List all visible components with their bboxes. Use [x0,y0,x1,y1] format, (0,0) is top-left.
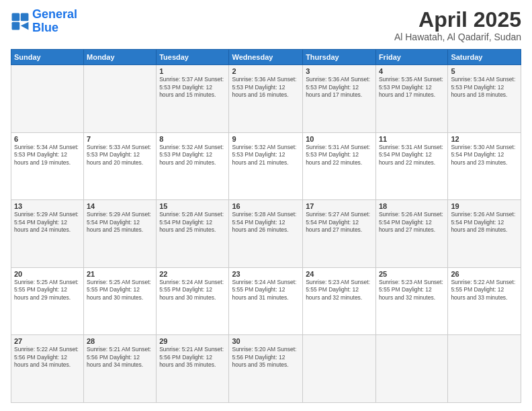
table-cell: 25Sunrise: 5:23 AM Sunset: 5:55 PM Dayli… [375,267,447,335]
table-cell: 9Sunrise: 5:32 AM Sunset: 5:53 PM Daylig… [229,132,303,200]
col-thursday: Thursday [303,50,376,65]
cell-info: Sunrise: 5:36 AM Sunset: 5:53 PM Dayligh… [306,76,373,99]
table-cell: 3Sunrise: 5:36 AM Sunset: 5:53 PM Daylig… [303,65,376,133]
cell-info: Sunrise: 5:34 AM Sunset: 5:53 PM Dayligh… [451,76,518,99]
table-cell [448,335,521,403]
cell-day-number: 26 [451,270,518,278]
cell-day-number: 16 [232,202,300,210]
page: General Blue April 2025 Al Hawatah, Al Q… [0,0,532,411]
cell-info: Sunrise: 5:21 AM Sunset: 5:56 PM Dayligh… [87,346,153,369]
cell-info: Sunrise: 5:31 AM Sunset: 5:53 PM Dayligh… [306,144,373,167]
page-subtitle: Al Hawatah, Al Qadarif, Sudan [394,32,521,42]
table-cell: 16Sunrise: 5:28 AM Sunset: 5:54 PM Dayli… [229,200,303,268]
cell-day-number: 12 [451,135,518,143]
cell-info: Sunrise: 5:32 AM Sunset: 5:53 PM Dayligh… [159,144,226,167]
title-block: April 2025 Al Hawatah, Al Qadarif, Sudan [394,8,521,42]
table-cell: 30Sunrise: 5:20 AM Sunset: 5:56 PM Dayli… [229,335,303,403]
cell-day-number: 13 [14,202,81,210]
table-cell: 10Sunrise: 5:31 AM Sunset: 5:53 PM Dayli… [303,132,376,200]
cell-info: Sunrise: 5:30 AM Sunset: 5:54 PM Dayligh… [451,144,518,167]
table-cell: 20Sunrise: 5:25 AM Sunset: 5:55 PM Dayli… [11,267,84,335]
logo-text: General Blue [32,8,77,35]
col-tuesday: Tuesday [157,50,229,65]
table-cell: 29Sunrise: 5:21 AM Sunset: 5:56 PM Dayli… [157,335,229,403]
table-cell: 8Sunrise: 5:32 AM Sunset: 5:53 PM Daylig… [157,132,229,200]
table-cell: 12Sunrise: 5:30 AM Sunset: 5:54 PM Dayli… [448,132,521,200]
cell-day-number: 30 [232,337,300,345]
logo-icon [11,12,30,31]
table-cell: 14Sunrise: 5:29 AM Sunset: 5:54 PM Dayli… [84,200,157,268]
week-row-2: 6Sunrise: 5:34 AM Sunset: 5:53 PM Daylig… [11,132,521,200]
table-cell [11,65,84,133]
table-cell: 7Sunrise: 5:33 AM Sunset: 5:53 PM Daylig… [84,132,157,200]
cell-day-number: 28 [87,337,153,345]
cell-info: Sunrise: 5:23 AM Sunset: 5:55 PM Dayligh… [379,279,445,302]
week-row-4: 20Sunrise: 5:25 AM Sunset: 5:55 PM Dayli… [11,267,521,335]
table-cell: 24Sunrise: 5:23 AM Sunset: 5:55 PM Dayli… [303,267,376,335]
cell-info: Sunrise: 5:31 AM Sunset: 5:54 PM Dayligh… [379,144,445,167]
cell-info: Sunrise: 5:22 AM Sunset: 5:56 PM Dayligh… [14,346,81,369]
cell-day-number: 5 [451,67,518,75]
cell-day-number: 9 [232,135,300,143]
cell-day-number: 24 [306,270,373,278]
table-cell: 19Sunrise: 5:26 AM Sunset: 5:54 PM Dayli… [448,200,521,268]
svg-rect-2 [12,22,20,30]
table-cell: 27Sunrise: 5:22 AM Sunset: 5:56 PM Dayli… [11,335,84,403]
cell-info: Sunrise: 5:37 AM Sunset: 5:53 PM Dayligh… [159,76,226,99]
cell-day-number: 18 [379,202,445,210]
cell-info: Sunrise: 5:28 AM Sunset: 5:54 PM Dayligh… [159,211,226,234]
cell-day-number: 2 [232,67,300,75]
col-saturday: Saturday [448,50,521,65]
table-cell: 4Sunrise: 5:35 AM Sunset: 5:53 PM Daylig… [375,65,447,133]
cell-day-number: 6 [14,135,81,143]
week-row-3: 13Sunrise: 5:29 AM Sunset: 5:54 PM Dayli… [11,200,521,268]
col-sunday: Sunday [11,50,84,65]
page-title: April 2025 [394,8,521,32]
calendar-table: Sunday Monday Tuesday Wednesday Thursday… [11,49,521,403]
logo-line2: Blue [32,21,58,34]
table-cell: 15Sunrise: 5:28 AM Sunset: 5:54 PM Dayli… [157,200,229,268]
col-monday: Monday [84,50,157,65]
svg-rect-0 [12,13,20,21]
cell-day-number: 11 [379,135,445,143]
cell-info: Sunrise: 5:21 AM Sunset: 5:56 PM Dayligh… [159,346,226,369]
cell-day-number: 15 [159,202,226,210]
cell-info: Sunrise: 5:23 AM Sunset: 5:55 PM Dayligh… [306,279,373,302]
table-cell: 26Sunrise: 5:22 AM Sunset: 5:55 PM Dayli… [448,267,521,335]
table-cell: 17Sunrise: 5:27 AM Sunset: 5:54 PM Dayli… [303,200,376,268]
cell-day-number: 17 [306,202,373,210]
table-cell [375,335,447,403]
col-friday: Friday [375,50,447,65]
logo: General Blue [11,8,77,35]
cell-day-number: 4 [379,67,445,75]
cell-day-number: 20 [14,270,81,278]
cell-day-number: 7 [87,135,153,143]
cell-info: Sunrise: 5:24 AM Sunset: 5:55 PM Dayligh… [232,279,300,302]
cell-info: Sunrise: 5:25 AM Sunset: 5:55 PM Dayligh… [14,279,81,302]
table-cell: 1Sunrise: 5:37 AM Sunset: 5:53 PM Daylig… [157,65,229,133]
cell-info: Sunrise: 5:22 AM Sunset: 5:55 PM Dayligh… [451,279,518,302]
cell-info: Sunrise: 5:25 AM Sunset: 5:55 PM Dayligh… [87,279,153,302]
cell-day-number: 22 [159,270,226,278]
cell-info: Sunrise: 5:35 AM Sunset: 5:53 PM Dayligh… [379,76,445,99]
week-row-1: 1Sunrise: 5:37 AM Sunset: 5:53 PM Daylig… [11,65,521,133]
table-cell: 5Sunrise: 5:34 AM Sunset: 5:53 PM Daylig… [448,65,521,133]
cell-info: Sunrise: 5:26 AM Sunset: 5:54 PM Dayligh… [451,211,518,234]
table-cell: 2Sunrise: 5:36 AM Sunset: 5:53 PM Daylig… [229,65,303,133]
table-cell [303,335,376,403]
calendar-header-row: Sunday Monday Tuesday Wednesday Thursday… [11,50,521,65]
table-cell: 21Sunrise: 5:25 AM Sunset: 5:55 PM Dayli… [84,267,157,335]
week-row-5: 27Sunrise: 5:22 AM Sunset: 5:56 PM Dayli… [11,335,521,403]
cell-info: Sunrise: 5:24 AM Sunset: 5:55 PM Dayligh… [159,279,226,302]
cell-day-number: 29 [159,337,226,345]
table-cell: 22Sunrise: 5:24 AM Sunset: 5:55 PM Dayli… [157,267,229,335]
table-cell [84,65,157,133]
cell-day-number: 21 [87,270,153,278]
cell-day-number: 25 [379,270,445,278]
cell-info: Sunrise: 5:29 AM Sunset: 5:54 PM Dayligh… [14,211,81,234]
cell-day-number: 23 [232,270,300,278]
cell-day-number: 14 [87,202,153,210]
cell-day-number: 27 [14,337,81,345]
logo-line1: General [32,7,77,21]
cell-info: Sunrise: 5:34 AM Sunset: 5:53 PM Dayligh… [14,144,81,167]
